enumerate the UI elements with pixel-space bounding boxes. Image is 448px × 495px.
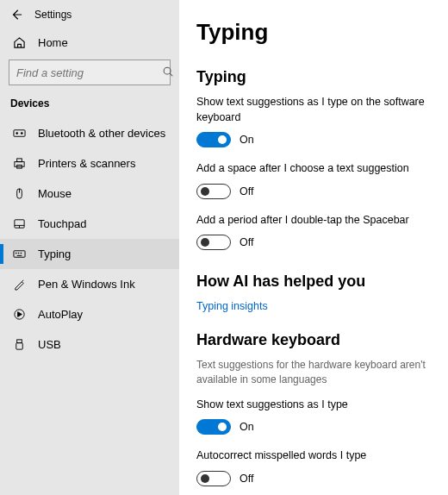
sidebar-item-label: Touchpad bbox=[38, 217, 86, 230]
sidebar-item-printers[interactable]: Printers & scanners bbox=[0, 148, 179, 179]
pen-icon bbox=[12, 278, 26, 291]
group-title-hardware: Hardware keyboard bbox=[196, 331, 431, 349]
sidebar-item-label: Pen & Windows Ink bbox=[38, 278, 135, 291]
sidebar-header: Settings bbox=[0, 9, 179, 28]
keyboard-icon bbox=[12, 248, 26, 260]
sidebar-item-label: Bluetooth & other devices bbox=[38, 127, 165, 140]
sidebar-item-usb[interactable]: USB bbox=[0, 329, 179, 360]
svg-point-14 bbox=[18, 253, 19, 254]
setting-hw-suggestions: Show text suggestions as I type On bbox=[196, 398, 431, 435]
search-icon bbox=[162, 66, 174, 80]
setting-autocorrect: Autocorrect misspelled words I type Off bbox=[196, 448, 431, 486]
svg-point-2 bbox=[16, 133, 17, 135]
svg-rect-19 bbox=[16, 343, 22, 350]
group-title-typing: Typing bbox=[196, 68, 431, 86]
sidebar-item-label: AutoPlay bbox=[38, 308, 83, 321]
printer-icon bbox=[12, 157, 26, 170]
section-header: Devices bbox=[0, 97, 179, 118]
typing-insights-link[interactable]: Typing insights bbox=[196, 300, 268, 312]
svg-rect-5 bbox=[16, 159, 22, 162]
setting-software-suggestions: Show text suggestions as I type on the s… bbox=[196, 95, 431, 147]
sidebar-item-label: USB bbox=[38, 338, 61, 351]
sidebar-item-bluetooth[interactable]: Bluetooth & other devices bbox=[0, 118, 179, 148]
autoplay-icon bbox=[12, 308, 26, 321]
sidebar-item-home[interactable]: Home bbox=[0, 28, 179, 60]
svg-point-0 bbox=[164, 67, 171, 74]
setting-label: Show text suggestions as I type on the s… bbox=[196, 95, 431, 125]
svg-rect-4 bbox=[14, 162, 23, 167]
search-box[interactable] bbox=[9, 60, 171, 85]
toggle-row: Off bbox=[196, 471, 431, 486]
svg-point-15 bbox=[20, 253, 21, 254]
setting-label: Add a space after I choose a text sugges… bbox=[196, 161, 431, 177]
toggle-state: Off bbox=[240, 236, 253, 248]
toggle-autocorrect[interactable] bbox=[196, 471, 231, 486]
toggle-hw-suggestions[interactable] bbox=[196, 419, 231, 435]
setting-add-space: Add a space after I choose a text sugges… bbox=[196, 161, 431, 199]
sidebar-item-mouse[interactable]: Mouse bbox=[0, 179, 179, 209]
usb-icon bbox=[12, 338, 26, 351]
home-label: Home bbox=[38, 36, 68, 49]
toggle-state: On bbox=[240, 134, 254, 146]
bluetooth-icon bbox=[12, 127, 26, 140]
sidebar: Settings Home Devices Bluetooth & other … bbox=[0, 0, 179, 495]
svg-rect-12 bbox=[13, 251, 24, 258]
touchpad-icon bbox=[12, 217, 26, 230]
setting-label: Add a period after I double-tap the Spac… bbox=[196, 213, 431, 229]
svg-rect-1 bbox=[13, 130, 24, 137]
toggle-row: Off bbox=[196, 235, 431, 250]
sidebar-item-label: Mouse bbox=[38, 187, 72, 200]
sidebar-item-typing[interactable]: Typing bbox=[0, 239, 179, 269]
search-input[interactable] bbox=[16, 66, 162, 79]
sidebar-item-pen[interactable]: Pen & Windows Ink bbox=[0, 269, 179, 299]
toggle-add-space[interactable] bbox=[196, 184, 231, 199]
mouse-icon bbox=[12, 187, 26, 200]
svg-point-3 bbox=[21, 133, 22, 135]
toggle-software-suggestions[interactable] bbox=[196, 132, 231, 147]
svg-rect-18 bbox=[16, 340, 22, 343]
main-content: Typing Typing Show text suggestions as I… bbox=[179, 0, 448, 495]
toggle-row: On bbox=[196, 419, 431, 435]
toggle-state: Off bbox=[240, 473, 253, 485]
svg-point-13 bbox=[16, 253, 16, 254]
group-title-ai: How AI has helped you bbox=[196, 273, 431, 291]
toggle-row: On bbox=[196, 132, 431, 147]
page-title: Typing bbox=[196, 19, 431, 46]
app-title: Settings bbox=[34, 9, 72, 21]
group-subtitle-hardware: Text suggestions for the hardware keyboa… bbox=[196, 358, 431, 387]
toggle-state: Off bbox=[240, 185, 253, 197]
toggle-add-period[interactable] bbox=[196, 235, 231, 250]
sidebar-item-label: Printers & scanners bbox=[38, 157, 135, 170]
sidebar-item-autoplay[interactable]: AutoPlay bbox=[0, 299, 179, 329]
toggle-row: Off bbox=[196, 184, 431, 199]
search-wrap bbox=[0, 60, 179, 97]
back-icon[interactable] bbox=[10, 9, 22, 21]
sidebar-item-label: Typing bbox=[38, 248, 71, 260]
setting-label: Show text suggestions as I type bbox=[196, 398, 431, 413]
toggle-state: On bbox=[240, 421, 254, 433]
sidebar-item-touchpad[interactable]: Touchpad bbox=[0, 209, 179, 239]
home-icon bbox=[12, 36, 26, 49]
setting-label: Autocorrect misspelled words I type bbox=[196, 448, 431, 464]
setting-add-period: Add a period after I double-tap the Spac… bbox=[196, 213, 431, 251]
